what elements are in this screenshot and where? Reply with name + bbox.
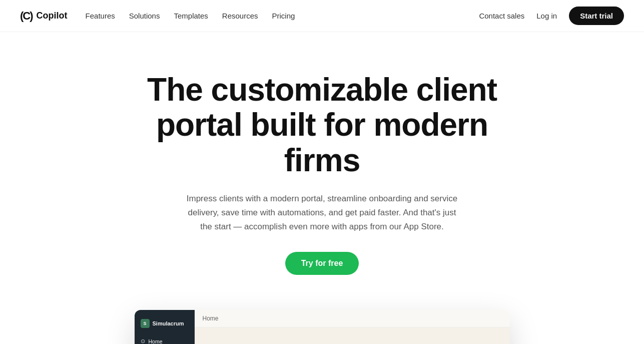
brand-icon: S — [141, 319, 150, 328]
hero-subtext: Impress clients with a modern portal, st… — [182, 192, 462, 234]
try-for-free-button[interactable]: Try for free — [285, 252, 359, 275]
main-content: Home Welcome, Gustavo! You have 2 action… — [195, 310, 510, 344]
svg-rect-0 — [195, 327, 510, 344]
logo-text: Copilot — [37, 11, 68, 21]
brand-name: Simulacrum — [153, 320, 184, 326]
nav-link-resources[interactable]: Resources — [222, 12, 258, 20]
hero-section: The customizable client portal built for… — [0, 32, 644, 295]
logo[interactable]: (C) Copilot — [20, 10, 68, 23]
logo-icon: (C) — [20, 10, 33, 23]
nav-link-templates[interactable]: Templates — [174, 12, 208, 20]
nav-link-solutions[interactable]: Solutions — [129, 12, 160, 20]
nav-links: Features Solutions Templates Resources P… — [86, 12, 295, 21]
preview-wrapper: S Simulacrum ⊙ Home ✉ Messages 3 📄 — [0, 295, 644, 344]
login-link[interactable]: Log in — [536, 12, 557, 20]
nav-actions: Contact sales Log in Start trial — [479, 7, 624, 25]
sidebar-brand: S Simulacrum — [135, 317, 195, 335]
hero-heading: The customizable client portal built for… — [127, 72, 517, 178]
nav-link-features[interactable]: Features — [86, 12, 115, 20]
dashboard-preview: S Simulacrum ⊙ Home ✉ Messages 3 📄 — [135, 310, 510, 344]
contact-sales-link[interactable]: Contact sales — [479, 12, 524, 20]
wave-chart — [195, 327, 510, 344]
main-topbar: Home — [195, 310, 510, 327]
home-icon: ⊙ — [141, 338, 145, 344]
start-trial-button[interactable]: Start trial — [569, 7, 624, 25]
preview-sidebar: S Simulacrum ⊙ Home ✉ Messages 3 📄 — [135, 310, 195, 344]
nav-link-pricing[interactable]: Pricing — [272, 12, 295, 20]
sidebar-item-label: Home — [149, 338, 163, 344]
navbar: (C) Copilot Features Solutions Templates… — [0, 0, 644, 32]
sidebar-item[interactable]: ⊙ Home — [135, 335, 195, 344]
topbar-label: Home — [203, 315, 219, 322]
